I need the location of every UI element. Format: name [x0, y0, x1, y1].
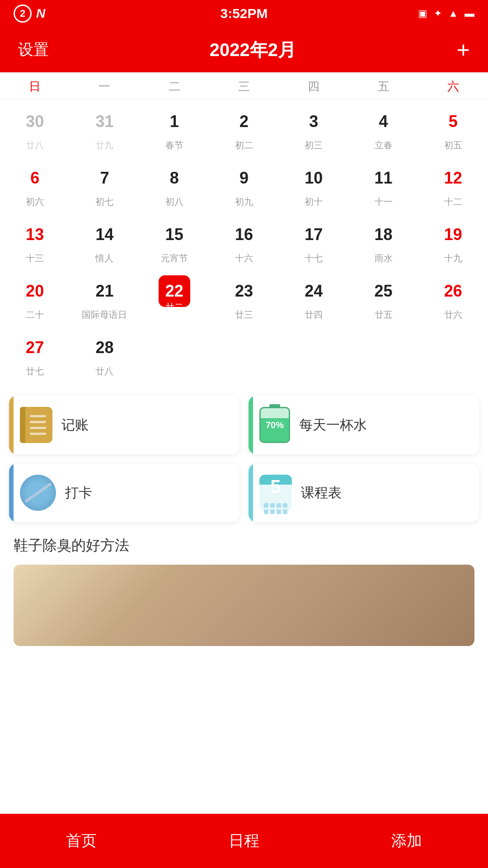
weekday-thu: 四 [279, 79, 348, 94]
widget-water[interactable]: 70% 每天一杯水 [249, 396, 479, 454]
widgets-section: 记账 70% 每天一杯水 打卡 5 课程表 [0, 387, 488, 522]
calendar-day-10[interactable]: 10初十 [279, 156, 348, 212]
calendar-day-21[interactable]: 21国际母语日 [70, 269, 139, 326]
calendar-day-2[interactable]: 2初二 [209, 99, 279, 156]
calendar-day-12[interactable]: 12十二 [418, 156, 488, 212]
article-image[interactable] [14, 565, 474, 646]
calendar-day-16[interactable]: 16十六 [209, 212, 279, 269]
calendar-day-23[interactable]: 23廿三 [209, 269, 279, 326]
wifi-icon: ▲ [448, 8, 458, 19]
widget-checkin[interactable]: 打卡 [9, 463, 239, 522]
calendar-day-empty [209, 326, 279, 382]
settings-button[interactable]: 设置 [18, 39, 49, 60]
calendar-day-20[interactable]: 20二十 [0, 269, 70, 326]
notification-badge: 2 [14, 5, 32, 23]
calendar-day-4[interactable]: 4立春 [348, 99, 418, 156]
weekday-mon: 一 [70, 79, 139, 94]
calendar-day-7[interactable]: 7初七 [70, 156, 139, 212]
calendar-day-26[interactable]: 26廿六 [418, 269, 488, 326]
bottom-navigation: 首页日程添加 [0, 814, 488, 868]
month-title: 2022年2月 [210, 38, 296, 62]
article-title: 鞋子除臭的好方法 [14, 536, 474, 556]
weekday-tue: 二 [140, 79, 209, 94]
calendar-grid: 30廿八31廿九1春节2初二3初三4立春5初五6初六7初七8初八9初九10初十1… [0, 99, 488, 387]
status-time: 3:52PM [220, 6, 267, 21]
weekday-headers: 日 一 二 三 四 五 六 [0, 72, 488, 99]
calendar-header: 设置 2022年2月 + [0, 27, 488, 72]
status-right: ▣ ✦ ▲ ▬ [418, 8, 474, 19]
water-label: 每天一杯水 [299, 416, 367, 434]
weekday-sat: 六 [418, 79, 488, 94]
calendar-day-17[interactable]: 17十七 [279, 212, 348, 269]
add-event-button[interactable]: + [457, 38, 470, 61]
calendar-day-empty [279, 326, 348, 382]
nav-item-1[interactable]: 日程 [163, 830, 325, 851]
calendar-day-5[interactable]: 5初五 [418, 99, 488, 156]
calendar-day-8[interactable]: 8初八 [140, 156, 209, 212]
nav-item-2[interactable]: 添加 [325, 830, 488, 851]
nav-item-0[interactable]: 首页 [0, 830, 163, 851]
calendar-day-14[interactable]: 14情人 [70, 212, 139, 269]
calendar: 日 一 二 三 四 五 六 30廿八31廿九1春节2初二3初三4立春5初五6初六… [0, 72, 488, 387]
checkin-icon [20, 475, 56, 511]
calendar-day-empty [140, 326, 209, 382]
calendar-day-22[interactable]: 22廿二 [140, 269, 209, 326]
ledger-icon [20, 407, 52, 443]
calendar-day-13[interactable]: 13十三 [0, 212, 70, 269]
calendar-day-6[interactable]: 6初六 [0, 156, 70, 212]
widget-ledger[interactable]: 记账 [9, 396, 239, 454]
calendar-day-15[interactable]: 15元宵节 [140, 212, 209, 269]
calendar-day-11[interactable]: 11十一 [348, 156, 418, 212]
calendar-day-28[interactable]: 28廿八 [70, 326, 139, 382]
widget-schedule[interactable]: 5 课程表 [249, 463, 479, 522]
bluetooth-icon: ✦ [434, 8, 442, 19]
calendar-day-empty [348, 326, 418, 382]
vibrate-icon: ▣ [418, 8, 427, 19]
weekday-wed: 三 [209, 79, 279, 94]
calendar-day-19[interactable]: 19十九 [418, 212, 488, 269]
calendar-day-31[interactable]: 31廿九 [70, 99, 139, 156]
status-left: 2 N [14, 5, 45, 23]
calendar-day-1[interactable]: 1春节 [140, 99, 209, 156]
checkin-label: 打卡 [65, 484, 92, 502]
water-icon: 70% [259, 407, 290, 443]
calendar-day-27[interactable]: 27廿七 [0, 326, 70, 382]
calendar-day-9[interactable]: 9初九 [209, 156, 279, 212]
calendar-day-25[interactable]: 25廿五 [348, 269, 418, 326]
calendar-day-24[interactable]: 24廿四 [279, 269, 348, 326]
schedule-label: 课程表 [301, 484, 342, 502]
schedule-icon: 5 [259, 475, 292, 511]
netflix-icon: N [36, 6, 45, 21]
calendar-day-30[interactable]: 30廿八 [0, 99, 70, 156]
article-section: 鞋子除臭的好方法 [0, 522, 488, 646]
calendar-day-empty [418, 326, 488, 382]
battery-icon: ▬ [465, 8, 474, 19]
weekday-fri: 五 [348, 79, 418, 94]
calendar-day-3[interactable]: 3初三 [279, 99, 348, 156]
status-bar: 2 N 3:52PM ▣ ✦ ▲ ▬ [0, 0, 488, 27]
weekday-sun: 日 [0, 79, 70, 94]
calendar-day-18[interactable]: 18雨水 [348, 212, 418, 269]
ledger-label: 记账 [61, 416, 89, 434]
